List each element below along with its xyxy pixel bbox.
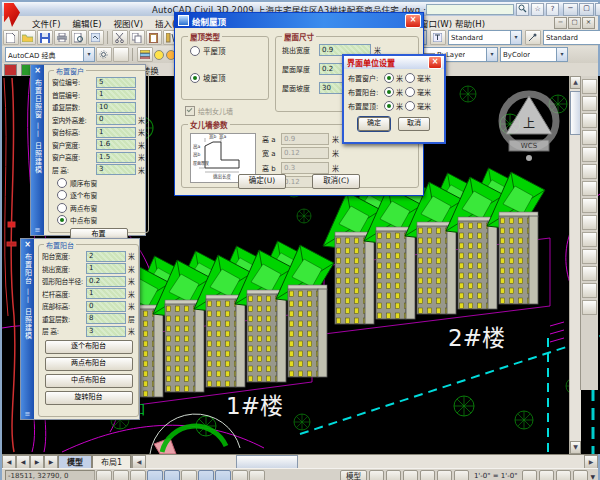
railing-height-input[interactable]: 1 [86, 288, 126, 299]
copy-icon[interactable] [129, 30, 145, 45]
search-icon[interactable] [516, 3, 529, 16]
fillet-icon[interactable] [582, 283, 597, 298]
place-balcony-palette[interactable]: × 布置阳台 —— 日照建模 ≡ 布置阳台 阳台宽度: 2 米 挑出宽度: 1 … [20, 238, 140, 420]
place-window-palette[interactable]: × 布置日照窗 —— 日照建模 ≡ 布置窗户 窗位编号: 5 首层编号: 1 重… [30, 64, 146, 236]
plot-icon[interactable] [54, 30, 70, 45]
model-space-button[interactable]: 模型 [340, 470, 367, 480]
trim-icon[interactable] [582, 232, 597, 247]
snap-toggle[interactable] [96, 470, 112, 480]
close-button[interactable]: × [595, 3, 600, 16]
radio-icon[interactable] [190, 73, 200, 83]
steeringwheel-icon[interactable] [437, 470, 452, 480]
cancel-button[interactable]: 取消(C) [312, 174, 360, 189]
tab-last-icon[interactable]: ▶ [44, 455, 58, 469]
rotate-icon[interactable] [582, 181, 597, 196]
meter-radio[interactable] [384, 73, 394, 83]
window-height-input[interactable]: 1.5 [96, 152, 136, 163]
bottom-elevation-input[interactable]: 0 [86, 301, 126, 312]
tab-layout1[interactable]: 布局1 [92, 455, 131, 469]
workspace-switch-icon[interactable] [556, 470, 571, 480]
text-style-combo[interactable]: Standard▾ [448, 30, 522, 45]
help-icon[interactable]: ? [546, 3, 559, 16]
slope-roof-radio[interactable]: 坡屋顶 [190, 72, 268, 83]
close-icon[interactable]: × [428, 56, 442, 69]
millimeter-radio[interactable] [405, 101, 415, 111]
doc-close-button[interactable]: × [582, 17, 595, 29]
extend-icon[interactable] [582, 249, 597, 264]
quickproperties-toggle[interactable] [249, 470, 265, 480]
meter-radio[interactable] [384, 101, 394, 111]
dim-style2-combo[interactable]: Standard▾ [543, 30, 600, 45]
dyn-toggle[interactable] [215, 470, 231, 480]
balcony-overhang-input[interactable]: 1 [86, 263, 126, 274]
repeat-floors-input[interactable]: 10 [96, 102, 136, 113]
new-file-icon[interactable] [3, 30, 19, 45]
single-place-radio[interactable]: 逐个布窗 [57, 190, 148, 200]
menu-help[interactable]: 帮助(H) [449, 17, 491, 29]
draw-roof-dialog-titlebar[interactable]: 绘制屋顶 × [175, 13, 423, 28]
explode-icon[interactable] [582, 300, 597, 315]
radio-icon[interactable] [57, 203, 67, 213]
annotation-visibility-icon[interactable] [522, 470, 537, 480]
grid-toggle[interactable] [113, 470, 129, 480]
radio-icon[interactable] [57, 215, 67, 225]
palette-titlebar[interactable]: × 布置阳台 —— 日照建模 ≡ [21, 239, 34, 419]
radio-icon[interactable] [57, 178, 67, 188]
array-icon[interactable] [582, 147, 597, 162]
workspace-combo[interactable]: AutoCAD 经典▾ [5, 47, 95, 62]
restore-button[interactable]: ▢ [579, 3, 594, 16]
ok-button[interactable]: 确定 [358, 117, 390, 131]
repeat-floors-input[interactable]: 8 [86, 313, 126, 324]
annotation-scale[interactable]: 1'-0" = 1'-0" [471, 472, 520, 480]
tab-next-icon[interactable]: ▶ [30, 455, 44, 469]
balcony-width-input[interactable]: 2 [86, 251, 126, 262]
close-icon[interactable]: × [24, 240, 31, 249]
radio-icon[interactable] [190, 46, 200, 56]
flat-roof-radio[interactable]: 平屋顶 [190, 45, 268, 56]
minimize-button[interactable]: − [563, 3, 578, 16]
status-menu-arrow-icon[interactable]: ▼ [590, 473, 595, 480]
tab-model[interactable]: 模型 [58, 455, 92, 469]
scroll-right-icon[interactable]: ▶ [584, 455, 598, 469]
window-number-input[interactable]: 5 [96, 77, 136, 88]
doc-restore-button[interactable]: ▢ [568, 17, 581, 29]
zoom-tool-icon[interactable] [420, 470, 435, 480]
workspace-settings-gear-icon[interactable] [96, 47, 112, 62]
pan-tool-icon[interactable] [403, 470, 418, 480]
units-dialog-titlebar[interactable]: 界面单位设置 × [344, 56, 444, 69]
mleader-style-icon[interactable] [525, 30, 541, 45]
first-floor-number-input[interactable]: 1 [96, 89, 136, 100]
scale-icon[interactable] [582, 198, 597, 213]
toolbar-lock-icon[interactable] [573, 470, 588, 480]
mid-point-place-radio[interactable]: 中点布窗 [57, 215, 148, 225]
erase-icon[interactable] [582, 79, 597, 94]
publish-icon[interactable] [88, 30, 104, 45]
open-file-icon[interactable] [20, 30, 36, 45]
polar-toggle[interactable] [147, 470, 163, 480]
checkbox-icon[interactable] [185, 106, 195, 116]
otrack-toggle[interactable] [181, 470, 197, 480]
draw-parapet-checkbox[interactable]: 绘制女儿墙 [185, 106, 233, 116]
single-place-balcony-button[interactable]: 逐个布阳台 [45, 340, 133, 354]
arc-balcony-radius-input[interactable]: 0.2 [86, 276, 126, 287]
ortho-toggle[interactable] [130, 470, 146, 480]
two-point-place-radio[interactable]: 两点布窗 [57, 203, 148, 213]
ducs-toggle[interactable] [198, 470, 214, 480]
palette-titlebar[interactable]: × 布置日照窗 —— 日照建模 ≡ [31, 65, 44, 235]
workspace-save-icon[interactable] [113, 47, 129, 62]
close-icon[interactable]: × [405, 14, 421, 28]
menu-view[interactable]: 视图(V) [108, 17, 149, 29]
chamfer-icon[interactable] [582, 266, 597, 281]
grip-icon[interactable]: ≡ [25, 410, 31, 418]
horizontal-scrollbar[interactable]: ◀ ▶ [131, 455, 598, 469]
ok-button[interactable]: 确定(U) [238, 174, 286, 189]
meter-radio[interactable] [384, 87, 394, 97]
layer-properties-icon[interactable] [137, 47, 153, 62]
showmotion-icon[interactable] [454, 470, 469, 480]
offset-icon[interactable] [582, 130, 597, 145]
doc-minimize-button[interactable]: − [554, 17, 567, 29]
layer-on-bulb-icon[interactable] [154, 50, 164, 60]
millimeter-radio[interactable] [405, 73, 415, 83]
quickview-layouts-icon[interactable] [386, 470, 401, 480]
millimeter-radio[interactable] [405, 87, 415, 97]
